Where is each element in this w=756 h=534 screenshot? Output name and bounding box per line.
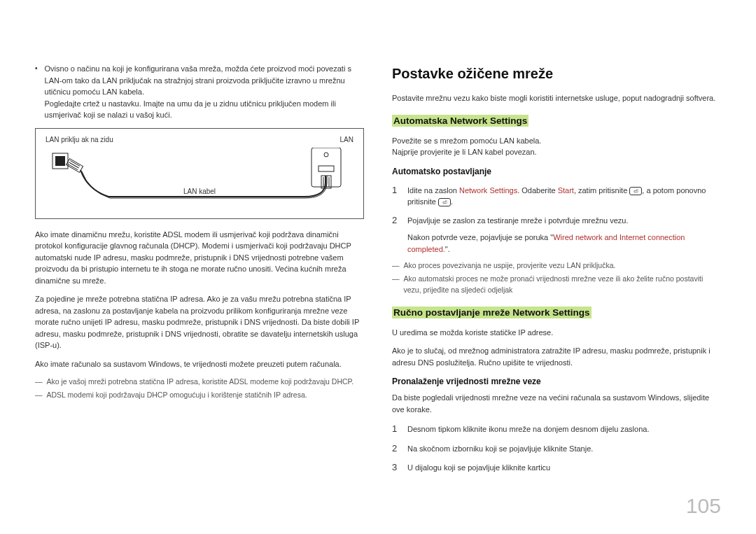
heading-manual-settings: Ručno postavljanje mreže Network Setting… — [392, 307, 592, 318]
auto-dash-2: Ako automatski proces ne može pronaći vr… — [404, 274, 722, 296]
heading-auto-setup: Automatsko postavljanje — [392, 165, 721, 178]
left-bullet-2: Pogledajte crtež u nastavku. Imajte na u… — [45, 99, 336, 120]
step-number: 2 — [392, 442, 399, 456]
auto-step-2: Pojavljuje se zaslon za testiranje mreže… — [407, 215, 721, 227]
diagram-cable-label: LAN kabel — [183, 188, 216, 195]
step-number: 1 — [392, 422, 399, 436]
auto-p1: Povežite se s mrežom pomoću LAN kabela. — [392, 135, 721, 147]
step-number: 2 — [392, 213, 399, 227]
dash-icon: ― — [35, 390, 43, 401]
step-number: 3 — [392, 461, 399, 475]
left-p3: Ako imate računalo sa sustavom Windows, … — [35, 358, 364, 370]
enter-key-icon: ⏎ — [629, 187, 642, 195]
heading-auto-settings: Automatska Network Settings — [392, 115, 528, 127]
find-intro: Da biste pogledali vrijednosti mrežne ve… — [392, 392, 721, 415]
dash-icon: ― — [392, 260, 400, 272]
diagram-svg: LAN kabel — [43, 148, 356, 214]
right-intro: Postavite mrežnu vezu kako biste mogli k… — [392, 92, 721, 104]
dash-icon: ― — [392, 274, 400, 296]
find-step-3: U dijalogu koji se pojavljuje kliknite k… — [407, 461, 721, 474]
page-number: 105 — [686, 490, 721, 521]
left-bullet-1: Ovisno o načinu na koji je konfigurirana… — [45, 64, 351, 96]
left-dash-1: Ako je vašoj mreži potrebna statična IP … — [47, 377, 354, 388]
diagram-lan-label: LAN — [340, 134, 354, 145]
auto-step-1: Idite na zaslon Network Settings. Odaber… — [407, 183, 721, 208]
dash-icon: ― — [35, 377, 43, 388]
left-p1: Ako imate dinamičnu mrežu, koristite ADS… — [35, 229, 364, 287]
svg-point-7 — [324, 153, 328, 157]
auto-p2: Najprije provjerite je li LAN kabel pove… — [392, 146, 721, 158]
find-step-2: Na skočnom izborniku koji se pojavljuje … — [407, 442, 721, 455]
svg-marker-1 — [55, 156, 65, 166]
svg-rect-8 — [318, 166, 334, 171]
diagram-wall-label: LAN priklju ak na zidu — [46, 134, 113, 145]
bullet-icon: • — [35, 63, 38, 121]
manual-p1: U uredima se možda koriste statičke IP a… — [392, 327, 721, 339]
heading-find-values: Pronalaženje vrijednosti mrežne veze — [392, 375, 721, 388]
left-p2: Za pojedine je mreže potrebna statična I… — [35, 293, 364, 351]
lan-diagram: LAN priklju ak na zidu LAN — [35, 128, 364, 219]
step-number: 1 — [392, 183, 399, 197]
left-dash-2: ADSL modemi koji podržavaju DHCP omoguću… — [47, 390, 307, 401]
auto-step-2b: Nakon potvrde veze, pojavljuje se poruka… — [407, 232, 721, 255]
manual-p2: Ako je to slučaj, od mrežnog administrat… — [392, 345, 721, 368]
find-step-1: Desnom tipkom kliknite ikonu mreže na do… — [407, 422, 721, 435]
auto-dash-1: Ako proces povezivanja ne uspije, provje… — [404, 260, 616, 272]
page-title: Postavke ožičene mreže — [392, 63, 721, 84]
enter-key-icon: ⏎ — [438, 198, 451, 206]
